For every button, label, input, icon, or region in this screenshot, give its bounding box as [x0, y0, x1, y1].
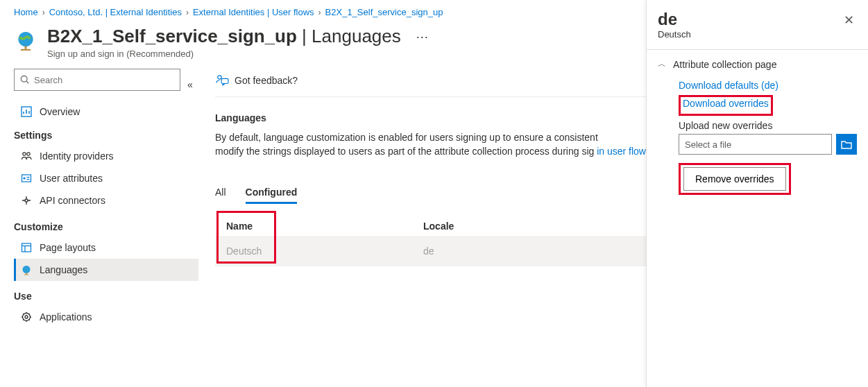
highlight-annotation: Download overrides	[679, 95, 773, 116]
tab-all[interactable]: All	[215, 182, 226, 204]
svg-line-4	[26, 81, 28, 83]
svg-rect-16	[22, 243, 31, 252]
divider	[647, 49, 868, 50]
flow-name: B2X_1_Self_service_sign_up	[47, 26, 297, 46]
learn-more-link[interactable]: in user flows.	[597, 146, 654, 157]
search-icon	[20, 75, 30, 85]
right-panel: de Deutsch ✕ ︿ Attribute collection page…	[646, 0, 868, 387]
overview-icon	[20, 106, 33, 117]
feedback-icon	[215, 74, 229, 87]
user-attributes-icon	[20, 173, 33, 184]
search-field[interactable]	[34, 75, 174, 85]
svg-point-24	[218, 76, 221, 79]
svg-rect-2	[21, 49, 31, 51]
section-expander[interactable]: ︿ Attribute collection page	[658, 58, 857, 70]
identity-providers-icon	[20, 150, 33, 162]
svg-rect-20	[26, 273, 27, 275]
close-button[interactable]: ✕	[841, 11, 857, 29]
nav-label: Page layouts	[40, 242, 96, 253]
applications-icon	[20, 311, 33, 322]
svg-point-10	[27, 153, 30, 155]
svg-point-23	[25, 316, 28, 318]
svg-point-9	[23, 153, 26, 155]
svg-point-19	[23, 266, 31, 273]
svg-rect-21	[24, 275, 28, 275]
section-description: By default, language customization is en…	[215, 130, 659, 159]
svg-rect-1	[25, 46, 27, 49]
nav-group-use: Use	[14, 291, 198, 302]
nav-user-attributes[interactable]: User attributes	[14, 167, 198, 189]
highlight-annotation: Remove overrides	[679, 163, 791, 195]
nav-applications[interactable]: Applications	[14, 306, 198, 328]
breadcrumb-item[interactable]: B2X_1_Self_service_sign_up	[325, 7, 443, 17]
chevron-right-icon: ›	[42, 8, 45, 17]
breadcrumb-item[interactable]: External Identities | User flows	[193, 7, 314, 17]
breadcrumb-item[interactable]: Home	[14, 7, 38, 17]
download-defaults-link[interactable]: Download defaults (de)	[679, 80, 778, 91]
nav-label: User attributes	[40, 173, 103, 184]
panel-subtitle: Deutsch	[658, 29, 691, 40]
nav-identity-providers[interactable]: Identity providers	[14, 145, 198, 167]
download-overrides-link[interactable]: Download overrides	[683, 98, 769, 109]
folder-icon	[841, 139, 852, 149]
nav-label: Languages	[40, 264, 87, 275]
page-title-suffix: | Languages	[297, 26, 401, 46]
feedback-label: Got feedback?	[235, 75, 298, 86]
svg-point-3	[21, 76, 27, 82]
file-select-input[interactable]: Select a file	[679, 134, 832, 155]
col-name: Name	[215, 221, 423, 232]
nav-languages[interactable]: Languages	[14, 259, 198, 281]
chevron-right-icon: ›	[186, 8, 189, 17]
breadcrumb-item[interactable]: Contoso, Ltd. | External Identities	[49, 7, 182, 17]
page-title: B2X_1_Self_service_sign_up | Languages	[47, 26, 401, 47]
browse-button[interactable]	[836, 134, 857, 155]
api-connectors-icon	[20, 195, 33, 206]
nav-overview[interactable]: Overview	[14, 101, 198, 123]
svg-point-15	[25, 199, 28, 202]
more-button[interactable]: ···	[416, 30, 429, 44]
nav-label: Applications	[40, 311, 92, 322]
chevron-right-icon: ›	[318, 8, 321, 17]
svg-rect-25	[221, 78, 228, 83]
tab-configured[interactable]: Configured	[246, 182, 298, 204]
upload-label: Upload new overrides	[679, 120, 857, 131]
page-layouts-icon	[20, 242, 33, 253]
collapse-nav-button[interactable]: «	[187, 79, 193, 90]
nav-label: Overview	[40, 106, 80, 117]
remove-overrides-button[interactable]: Remove overrides	[683, 167, 786, 191]
globe-icon	[14, 28, 37, 52]
languages-icon	[20, 264, 33, 275]
cell-name: Deutsch	[215, 246, 423, 257]
nav-group-settings: Settings	[14, 130, 198, 141]
page-subtitle: Sign up and sign in (Recommended)	[47, 49, 401, 59]
nav-label: Identity providers	[40, 150, 114, 162]
svg-point-12	[23, 177, 25, 179]
chevron-up-icon: ︿	[658, 58, 666, 70]
nav-group-customize: Customize	[14, 221, 198, 232]
nav-page-layouts[interactable]: Page layouts	[14, 237, 198, 259]
nav-label: API connectors	[40, 195, 105, 206]
panel-title: de	[658, 11, 691, 28]
search-input[interactable]	[14, 69, 180, 91]
nav-api-connectors[interactable]: API connectors	[14, 189, 198, 212]
leftnav: « Overview Settings Identity providers U…	[0, 66, 208, 338]
section-label: Attribute collection page	[673, 59, 776, 70]
